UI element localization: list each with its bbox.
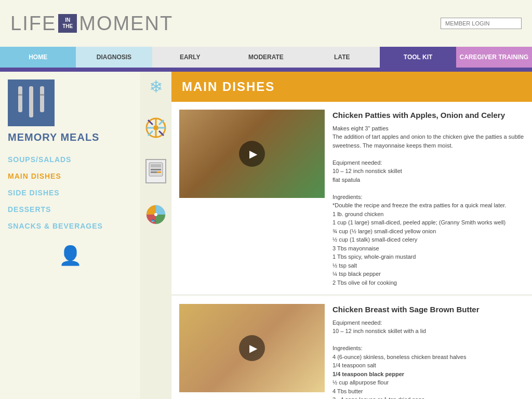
person-icon: 👤 (8, 245, 132, 267)
logo: LIFE IN THE MOMENT (10, 12, 173, 35)
recipe-info-2: Chicken Breast with Sage Brown Butter Eq… (332, 304, 524, 399)
header: LIFE IN THE MOMENT (0, 0, 532, 47)
svg-text:🐟: 🐟 (151, 218, 156, 223)
recipe-item-1: Chicken Patties with Apples, Onion and C… (171, 102, 532, 295)
svg-rect-2 (40, 86, 44, 112)
logo-moment: MOMENT (79, 12, 173, 35)
play-button-1[interactable] (239, 141, 265, 167)
nav-moderate[interactable]: MODERATE (228, 47, 304, 68)
sidebar-item-main[interactable]: MAIN DISHES (8, 168, 132, 184)
svg-rect-19 (157, 169, 161, 170)
play-button-2[interactable] (239, 335, 265, 361)
svg-point-6 (153, 125, 158, 130)
recipe-list: Chicken Patties with Apples, Onion and C… (171, 102, 532, 399)
main-nav: HOME DIAGNOSIS EARLY MODERATE LATE TOOL … (0, 47, 532, 68)
recipe-item-2: Chicken Breast with Sage Brown Butter Eq… (171, 296, 532, 399)
sidebar-icon-box (8, 79, 55, 126)
member-login-input[interactable] (441, 18, 522, 29)
calculator-icon[interactable] (145, 159, 166, 183)
sidebar-item-side[interactable]: SIDE DISHES (8, 184, 132, 201)
icon-column: ❄ (140, 72, 171, 399)
svg-rect-3 (18, 94, 22, 96)
sidebar-item-desserts[interactable]: DESSERTS (8, 201, 132, 218)
recipe-ingredients-2: 4 (6-ounce) skinless, boneless chicken b… (332, 353, 524, 400)
recipe-equipment-2: 10 – 12 inch nonstick skillet with a lid (332, 327, 524, 336)
recipe-thumb-2[interactable] (179, 304, 325, 392)
sidebar: MEMORY MEALS SOUPS/SALADS MAIN DISHES SI… (0, 72, 140, 399)
page-title: MAIN DISHES (182, 79, 522, 94)
logo-box: IN THE (58, 14, 77, 33)
recipe-thumb-1[interactable] (179, 110, 325, 198)
purple-bar (0, 68, 532, 72)
svg-rect-16 (151, 164, 161, 167)
recipe-equipment-1: 10 – 12 inch nonstick skillet flat spatu… (332, 167, 524, 184)
sidebar-menu: SOUPS/SALADS MAIN DISHES SIDE DISHES DES… (8, 151, 132, 234)
sidebar-item-snacks[interactable]: SNACKS & BEVERAGES (8, 218, 132, 234)
svg-rect-1 (29, 86, 33, 117)
nav-toolkit[interactable]: TOOL KIT (380, 47, 456, 68)
sidebar-item-soups[interactable]: SOUPS/SALADS (8, 151, 132, 168)
svg-rect-4 (40, 94, 44, 96)
nav-late[interactable]: LATE (304, 47, 380, 68)
recipe-title-1: Chicken Patties with Apples, Onion and C… (332, 110, 524, 122)
recipe-ingredients-1: *Double the recipe and freeze the extra … (332, 201, 524, 287)
content-header: MAIN DISHES (171, 72, 532, 102)
svg-point-24 (154, 213, 157, 216)
content-area: MAIN DISHES Chicken Patties with Apples,… (171, 72, 532, 399)
nav-early[interactable]: EARLY (152, 47, 228, 68)
recipe-desc-1: The addition of tart apples and onion to… (332, 132, 524, 150)
nav-caregiver[interactable]: CAREGIVER TRAINING (456, 47, 532, 68)
main-content: MEMORY MEALS SOUPS/SALADS MAIN DISHES SI… (0, 72, 532, 399)
recipe-ingredients-label-2: Ingredients: (332, 344, 524, 353)
food-groups-icon[interactable]: 🐟 (145, 204, 166, 227)
recipe-subtitle-1: Makes eight 3" patties (332, 124, 524, 133)
snowflake-icon[interactable]: ❄ (149, 77, 163, 97)
svg-rect-22 (157, 171, 161, 173)
utensils-icon (16, 84, 47, 123)
recipe-info-1: Chicken Patties with Apples, Onion and C… (332, 110, 524, 287)
recipe-ingredients-label-1: Ingredients: (332, 193, 524, 202)
recipe-equipment-label-1: Equipment needed: (332, 158, 524, 167)
recipe-title-2: Chicken Breast with Sage Brown Butter (332, 304, 524, 316)
nav-diagnosis[interactable]: DIAGNOSIS (76, 47, 152, 68)
logo-life: LIFE (10, 12, 56, 35)
recipe-equipment-label-2: Equipment needed: (332, 318, 524, 327)
wheel-icon[interactable] (145, 117, 166, 138)
svg-rect-0 (18, 86, 22, 112)
sidebar-title: MEMORY MEALS (8, 131, 132, 143)
nav-home[interactable]: HOME (0, 47, 76, 68)
